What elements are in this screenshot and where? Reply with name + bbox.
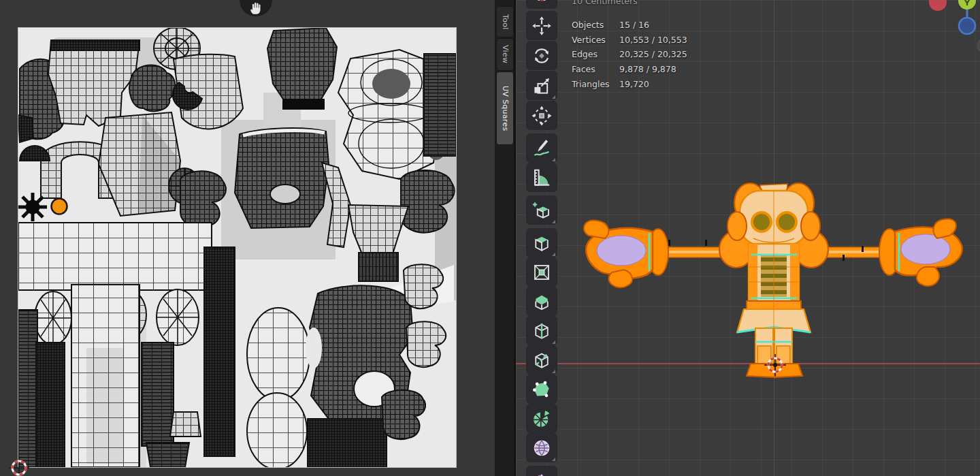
- pan-hand-cursor: [240, 0, 272, 16]
- gizmo-x-ball[interactable]: [929, 0, 947, 11]
- transform-tool-button[interactable]: [526, 101, 557, 130]
- tab-uv-squares-label: UV Squares: [501, 86, 510, 131]
- add-cube-tool-icon: [532, 200, 552, 221]
- stat-faces: Faces9,878 / 9,878: [572, 62, 687, 77]
- measure-tool-icon: [532, 168, 552, 188]
- add-cube-tool-button[interactable]: [526, 195, 557, 225]
- smooth-tool-button[interactable]: [526, 433, 557, 462]
- gizmo-z-ball[interactable]: [959, 18, 975, 34]
- tab-tool[interactable]: Tool: [496, 6, 514, 37]
- hand-icon: [247, 0, 265, 16]
- rotate-tool-icon: [532, 46, 552, 66]
- uv-editor-area[interactable]: [0, 0, 495, 476]
- sidebar-tab-strip: Tool View UV Squares: [495, 0, 516, 476]
- gizmo-y-label: Y: [964, 0, 970, 7]
- tab-tool-label: Tool: [501, 14, 510, 30]
- annotate-tool-icon: [532, 138, 552, 159]
- knife-tool-icon: [532, 350, 552, 370]
- transform-tool-icon: [532, 106, 552, 126]
- measure-tool-button[interactable]: [526, 163, 557, 192]
- stat-triangles: Triangles19,720: [572, 77, 687, 92]
- inset-faces-tool-button[interactable]: [526, 257, 557, 287]
- character-model[interactable]: [582, 178, 966, 379]
- uv-islands[interactable]: [18, 28, 456, 467]
- move-tool-icon: [532, 16, 552, 36]
- navigation-gizmo[interactable]: Y: [905, 0, 980, 61]
- tab-uv-squares[interactable]: UV Squares: [496, 72, 514, 145]
- smooth-tool-icon: [532, 438, 552, 458]
- spin-tool-button[interactable]: [526, 404, 557, 433]
- loop-cut-tool-icon: [532, 321, 552, 341]
- viewport-3d-cursor[interactable]: [764, 353, 787, 377]
- stat-objects: Objects15 / 16: [572, 18, 687, 33]
- stat-edges: Edges20,325 / 20,325: [572, 47, 687, 62]
- blender-window: Tool View UV Squares: [0, 0, 980, 476]
- uv-2d-cursor[interactable]: [7, 456, 31, 476]
- bevel-tool-button[interactable]: [526, 287, 557, 316]
- gizmo-minus-axis-ball[interactable]: [977, 38, 980, 53]
- tab-view-label: View: [501, 45, 510, 63]
- statistics-overlay: Objects15 / 16 Vertices10,553 / 10,553 E…: [572, 18, 687, 92]
- scale-tool-button[interactable]: [526, 71, 557, 100]
- uv-image-canvas[interactable]: [18, 28, 456, 467]
- tab-view[interactable]: View: [496, 38, 514, 71]
- uv-selected-island: [52, 199, 67, 215]
- cursor-tool-button[interactable]: [526, 0, 557, 9]
- spin-tool-icon: [532, 409, 552, 429]
- loop-cut-tool-button[interactable]: [526, 316, 557, 345]
- annotate-tool-button[interactable]: [526, 133, 557, 163]
- viewport-scale-text: 10 Centimeters: [572, 0, 638, 6]
- bevel-tool-icon: [532, 291, 552, 312]
- stat-vertices: Vertices10,553 / 10,553: [572, 33, 687, 48]
- move-tool-button[interactable]: [526, 11, 557, 40]
- knife-tool-button[interactable]: [526, 345, 557, 375]
- poly-build-tool-icon: [532, 379, 552, 400]
- poly-build-tool-button[interactable]: [526, 375, 557, 404]
- scale-tool-icon: [532, 76, 552, 96]
- extrude-region-tool-icon: [532, 233, 552, 253]
- edge-slide-tool-icon: [532, 471, 552, 476]
- uv-star-island: [18, 193, 47, 221]
- rotate-tool-button[interactable]: [526, 41, 557, 70]
- edge-slide-tool-button[interactable]: [526, 466, 557, 476]
- inset-faces-tool-icon: [532, 262, 552, 283]
- extrude-region-tool-button[interactable]: [526, 228, 557, 257]
- viewport-3d[interactable]: 10 Centimeters Objects15 / 16 Vertices10…: [516, 0, 980, 476]
